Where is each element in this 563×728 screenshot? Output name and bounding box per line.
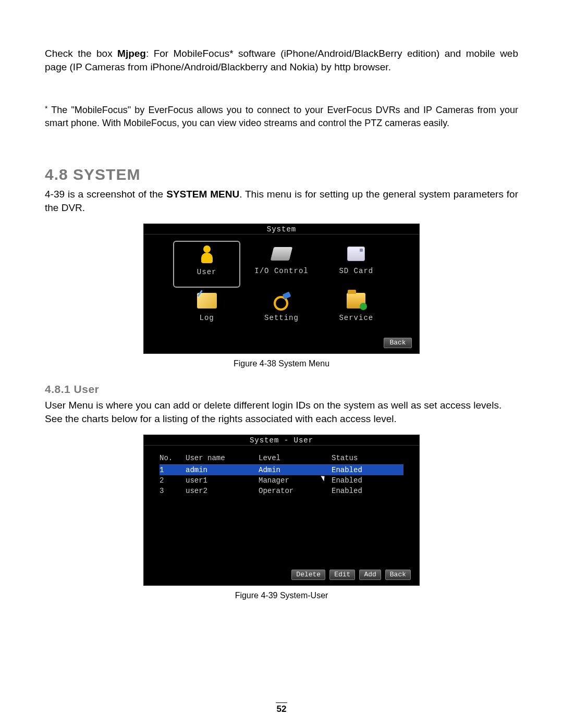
user-table: No. User name Level Status 1 admin Admin…: [144, 446, 419, 496]
menu-item-log[interactable]: Log: [173, 288, 240, 335]
table-row[interactable]: 3 user2 Operator Enabled: [160, 486, 403, 496]
back-button[interactable]: Back: [385, 570, 411, 580]
user-icon: [196, 244, 218, 266]
cell-no: 2: [160, 475, 186, 486]
col-no: No.: [160, 453, 186, 463]
text: Check the box: [45, 48, 117, 59]
paragraph-mobilefocus-note: * The "MobileFocus" by EverFocus allows …: [45, 104, 518, 129]
menu-item-user[interactable]: User: [173, 241, 240, 288]
figure-caption-4-38: Figure 4-38 System Menu: [45, 359, 518, 368]
cell-user: user1: [186, 475, 259, 486]
menu-item-service[interactable]: Service: [323, 288, 390, 335]
col-status: Status: [332, 453, 394, 463]
menu-item-setting[interactable]: Setting: [248, 288, 315, 335]
cell-no: 1: [160, 465, 186, 475]
cell-level: Operator: [259, 486, 332, 496]
setting-icon: [271, 290, 292, 312]
menu-item-sd-card[interactable]: SD Card: [323, 241, 390, 288]
io-control-icon: [271, 243, 292, 265]
table-header-row: No. User name Level Status: [160, 453, 403, 463]
mjpeg-bold: Mjpeg: [117, 48, 146, 59]
col-user: User name: [186, 453, 259, 463]
menu-item-io-control[interactable]: I/O Control: [248, 241, 315, 288]
menu-item-label: I/O Control: [254, 267, 308, 275]
cell-status: Enabled: [332, 465, 394, 475]
paragraph-user-intro: User Menu is where you can add or delete…: [45, 399, 518, 425]
figure-system-user: System - User No. User name Level Status…: [143, 435, 420, 586]
menu-item-label: Service: [339, 314, 373, 322]
edit-button[interactable]: Edit: [329, 570, 355, 580]
cell-status: Enabled: [332, 486, 394, 496]
cell-status: Enabled: [332, 475, 394, 486]
paragraph-mjpeg: Check the box Mjpeg: For MobileFocus* so…: [45, 47, 518, 73]
user-table-buttons: Delete Edit Add Back: [291, 570, 411, 580]
back-button[interactable]: Back: [384, 338, 412, 348]
table-row[interactable]: 2 user1 Manager Enabled: [160, 475, 403, 486]
system-user-title: System - User: [144, 435, 419, 446]
cell-level: Manager: [259, 475, 332, 486]
text: 4-39 is a screenshot of the: [45, 189, 166, 200]
system-menu-bold: SYSTEM MENU: [166, 189, 239, 200]
cell-level: Admin: [259, 465, 332, 475]
figure-caption-4-39: Figure 4-39 System-User: [45, 591, 518, 600]
system-menu-grid: User I/O Control SD Card Log Setting Ser…: [144, 235, 419, 335]
sd-card-icon: [345, 243, 367, 265]
menu-item-label: SD Card: [339, 267, 373, 275]
menu-item-label: User: [197, 268, 217, 276]
heading-4-8-1-user: 4.8.1 User: [45, 383, 518, 396]
table-row[interactable]: 1 admin Admin Enabled: [160, 465, 403, 475]
text: The "MobileFocus" by EverFocus allows yo…: [45, 105, 518, 128]
col-level: Level: [259, 453, 332, 463]
log-icon: [196, 290, 218, 312]
figure-system-menu: System User I/O Control SD Card Log Sett…: [143, 224, 420, 354]
paragraph-system-intro: 4-39 is a screenshot of the SYSTEM MENU.…: [45, 188, 518, 214]
system-menu-title: System: [144, 224, 419, 235]
cell-user: user2: [186, 486, 259, 496]
cell-no: 3: [160, 486, 186, 496]
page-number: 52: [0, 702, 563, 714]
menu-item-label: Setting: [264, 314, 299, 322]
service-icon: [345, 290, 367, 312]
add-button[interactable]: Add: [359, 570, 381, 580]
menu-item-label: Log: [200, 314, 214, 322]
heading-4-8-system: 4.8 SYSTEM: [45, 166, 518, 183]
cell-user: admin: [186, 465, 259, 475]
delete-button[interactable]: Delete: [291, 570, 325, 580]
